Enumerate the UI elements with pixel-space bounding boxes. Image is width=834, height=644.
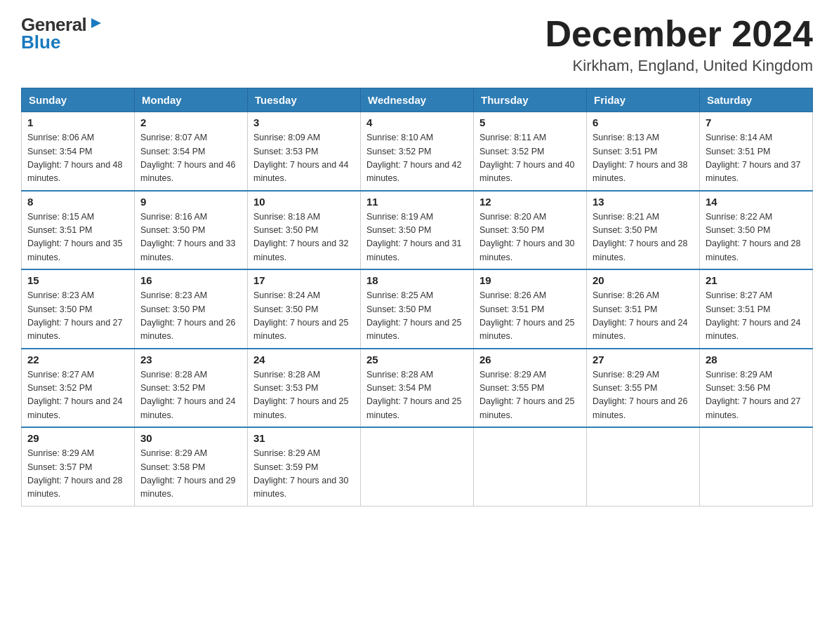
day-number: 21 bbox=[706, 274, 807, 286]
table-row bbox=[474, 427, 587, 506]
day-info: Sunrise: 8:26 AMSunset: 3:51 PMDaylight:… bbox=[593, 290, 688, 341]
table-row: 8 Sunrise: 8:15 AMSunset: 3:51 PMDayligh… bbox=[22, 191, 135, 270]
day-info: Sunrise: 8:26 AMSunset: 3:51 PMDaylight:… bbox=[479, 290, 575, 341]
day-number: 24 bbox=[253, 354, 355, 365]
day-number: 6 bbox=[593, 116, 694, 128]
day-number: 14 bbox=[706, 196, 807, 208]
table-row bbox=[700, 427, 813, 506]
day-info: Sunrise: 8:06 AMSunset: 3:54 PMDaylight:… bbox=[27, 133, 123, 183]
table-row: 22 Sunrise: 8:27 AMSunset: 3:52 PMDaylig… bbox=[22, 349, 135, 428]
day-number: 23 bbox=[140, 354, 241, 365]
calendar-week-row: 15 Sunrise: 8:23 AMSunset: 3:50 PMDaylig… bbox=[22, 269, 813, 349]
table-row: 18 Sunrise: 8:25 AMSunset: 3:50 PMDaylig… bbox=[361, 269, 474, 349]
day-info: Sunrise: 8:22 AMSunset: 3:50 PMDaylight:… bbox=[706, 212, 801, 262]
day-number: 2 bbox=[140, 116, 241, 128]
day-number: 29 bbox=[27, 432, 128, 444]
col-wednesday: Wednesday bbox=[361, 88, 474, 112]
table-row: 3 Sunrise: 8:09 AMSunset: 3:53 PMDayligh… bbox=[248, 112, 361, 191]
logo-arrow-icon bbox=[88, 15, 104, 34]
table-row: 30 Sunrise: 8:29 AMSunset: 3:58 PMDaylig… bbox=[135, 427, 248, 506]
table-row: 2 Sunrise: 8:07 AMSunset: 3:54 PMDayligh… bbox=[135, 112, 248, 191]
day-number: 25 bbox=[366, 354, 468, 365]
table-row bbox=[361, 427, 474, 506]
day-info: Sunrise: 8:28 AMSunset: 3:53 PMDaylight:… bbox=[253, 370, 349, 420]
day-number: 10 bbox=[253, 196, 355, 208]
day-number: 9 bbox=[140, 196, 241, 208]
day-number: 31 bbox=[253, 432, 355, 444]
day-info: Sunrise: 8:15 AMSunset: 3:51 PMDaylight:… bbox=[27, 212, 123, 262]
day-info: Sunrise: 8:11 AMSunset: 3:52 PMDaylight:… bbox=[479, 133, 575, 183]
day-info: Sunrise: 8:18 AMSunset: 3:50 PMDaylight:… bbox=[253, 212, 349, 262]
table-row: 13 Sunrise: 8:21 AMSunset: 3:50 PMDaylig… bbox=[587, 191, 700, 270]
day-number: 5 bbox=[479, 116, 581, 128]
day-number: 1 bbox=[27, 116, 128, 128]
table-row: 10 Sunrise: 8:18 AMSunset: 3:50 PMDaylig… bbox=[248, 191, 361, 270]
day-number: 15 bbox=[27, 274, 128, 286]
table-row: 7 Sunrise: 8:14 AMSunset: 3:51 PMDayligh… bbox=[700, 112, 813, 191]
logo-blue-text: Blue bbox=[21, 33, 60, 51]
table-row: 14 Sunrise: 8:22 AMSunset: 3:50 PMDaylig… bbox=[700, 191, 813, 270]
day-info: Sunrise: 8:25 AMSunset: 3:50 PMDaylight:… bbox=[366, 290, 462, 341]
day-info: Sunrise: 8:19 AMSunset: 3:50 PMDaylight:… bbox=[366, 212, 462, 262]
logo: General Blue bbox=[21, 14, 104, 51]
day-info: Sunrise: 8:29 AMSunset: 3:55 PMDaylight:… bbox=[479, 370, 575, 420]
day-info: Sunrise: 8:13 AMSunset: 3:51 PMDaylight:… bbox=[593, 133, 688, 183]
table-row: 27 Sunrise: 8:29 AMSunset: 3:55 PMDaylig… bbox=[587, 349, 700, 428]
day-number: 20 bbox=[593, 274, 694, 286]
day-number: 19 bbox=[479, 274, 581, 286]
table-row: 9 Sunrise: 8:16 AMSunset: 3:50 PMDayligh… bbox=[135, 191, 248, 270]
day-info: Sunrise: 8:10 AMSunset: 3:52 PMDaylight:… bbox=[366, 133, 462, 183]
day-number: 7 bbox=[706, 116, 807, 128]
col-sunday: Sunday bbox=[22, 88, 135, 112]
day-info: Sunrise: 8:28 AMSunset: 3:54 PMDaylight:… bbox=[366, 370, 462, 420]
day-number: 18 bbox=[366, 274, 468, 286]
svg-marker-0 bbox=[91, 18, 101, 28]
day-number: 26 bbox=[479, 354, 581, 365]
day-info: Sunrise: 8:29 AMSunset: 3:58 PMDaylight:… bbox=[140, 448, 236, 499]
day-info: Sunrise: 8:14 AMSunset: 3:51 PMDaylight:… bbox=[706, 133, 801, 183]
day-info: Sunrise: 8:29 AMSunset: 3:57 PMDaylight:… bbox=[27, 448, 123, 499]
day-number: 3 bbox=[253, 116, 355, 128]
day-number: 30 bbox=[140, 432, 241, 444]
table-row: 20 Sunrise: 8:26 AMSunset: 3:51 PMDaylig… bbox=[587, 269, 700, 349]
day-info: Sunrise: 8:16 AMSunset: 3:50 PMDaylight:… bbox=[140, 212, 236, 262]
day-number: 16 bbox=[140, 274, 241, 286]
day-info: Sunrise: 8:29 AMSunset: 3:55 PMDaylight:… bbox=[593, 370, 688, 420]
day-number: 22 bbox=[27, 354, 128, 365]
table-row: 11 Sunrise: 8:19 AMSunset: 3:50 PMDaylig… bbox=[361, 191, 474, 270]
table-row: 4 Sunrise: 8:10 AMSunset: 3:52 PMDayligh… bbox=[361, 112, 474, 191]
location-title: Kirkham, England, United Kingdom bbox=[545, 57, 813, 75]
table-row: 28 Sunrise: 8:29 AMSunset: 3:56 PMDaylig… bbox=[700, 349, 813, 428]
calendar-header-row: Sunday Monday Tuesday Wednesday Thursday… bbox=[22, 88, 813, 112]
calendar-week-row: 1 Sunrise: 8:06 AMSunset: 3:54 PMDayligh… bbox=[22, 112, 813, 191]
table-row: 23 Sunrise: 8:28 AMSunset: 3:52 PMDaylig… bbox=[135, 349, 248, 428]
day-info: Sunrise: 8:07 AMSunset: 3:54 PMDaylight:… bbox=[140, 133, 236, 183]
day-info: Sunrise: 8:20 AMSunset: 3:50 PMDaylight:… bbox=[479, 212, 575, 262]
table-row: 12 Sunrise: 8:20 AMSunset: 3:50 PMDaylig… bbox=[474, 191, 587, 270]
table-row: 16 Sunrise: 8:23 AMSunset: 3:50 PMDaylig… bbox=[135, 269, 248, 349]
day-number: 11 bbox=[366, 196, 468, 208]
day-number: 4 bbox=[366, 116, 468, 128]
col-monday: Monday bbox=[135, 88, 248, 112]
col-thursday: Thursday bbox=[474, 88, 587, 112]
day-number: 12 bbox=[479, 196, 581, 208]
col-saturday: Saturday bbox=[700, 88, 813, 112]
table-row: 5 Sunrise: 8:11 AMSunset: 3:52 PMDayligh… bbox=[474, 112, 587, 191]
day-info: Sunrise: 8:09 AMSunset: 3:53 PMDaylight:… bbox=[253, 133, 349, 183]
day-info: Sunrise: 8:29 AMSunset: 3:59 PMDaylight:… bbox=[253, 448, 349, 499]
day-number: 13 bbox=[593, 196, 694, 208]
month-title: December 2024 bbox=[545, 14, 813, 54]
table-row: 29 Sunrise: 8:29 AMSunset: 3:57 PMDaylig… bbox=[22, 427, 135, 506]
table-row: 31 Sunrise: 8:29 AMSunset: 3:59 PMDaylig… bbox=[248, 427, 361, 506]
day-number: 28 bbox=[706, 354, 807, 365]
day-info: Sunrise: 8:27 AMSunset: 3:52 PMDaylight:… bbox=[27, 370, 123, 420]
header: General Blue December 2024 Kirkham, Engl… bbox=[21, 14, 813, 75]
table-row: 15 Sunrise: 8:23 AMSunset: 3:50 PMDaylig… bbox=[22, 269, 135, 349]
table-row: 1 Sunrise: 8:06 AMSunset: 3:54 PMDayligh… bbox=[22, 112, 135, 191]
table-row: 19 Sunrise: 8:26 AMSunset: 3:51 PMDaylig… bbox=[474, 269, 587, 349]
col-tuesday: Tuesday bbox=[248, 88, 361, 112]
table-row: 6 Sunrise: 8:13 AMSunset: 3:51 PMDayligh… bbox=[587, 112, 700, 191]
table-row: 26 Sunrise: 8:29 AMSunset: 3:55 PMDaylig… bbox=[474, 349, 587, 428]
day-info: Sunrise: 8:23 AMSunset: 3:50 PMDaylight:… bbox=[140, 290, 236, 341]
col-friday: Friday bbox=[587, 88, 700, 112]
